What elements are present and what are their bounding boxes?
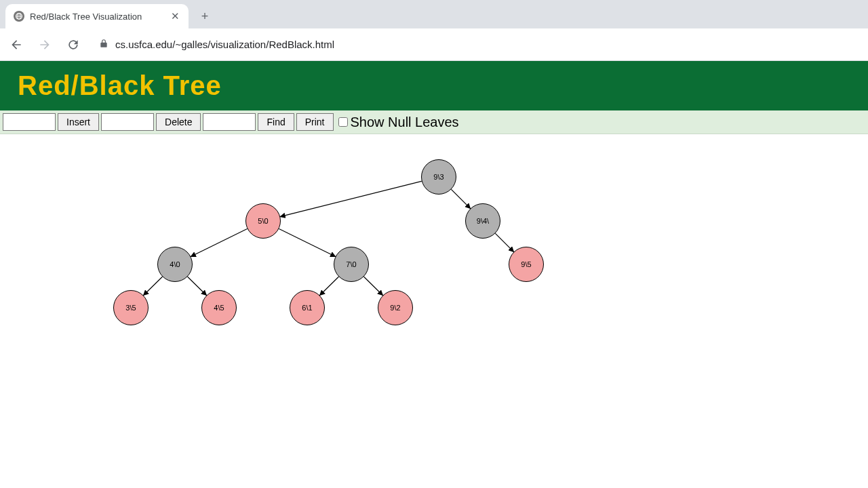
- find-button[interactable]: Find: [258, 113, 294, 131]
- svg-line-4: [495, 233, 513, 251]
- svg-line-0: [280, 181, 422, 216]
- show-null-leaves-checkbox[interactable]: [338, 117, 348, 127]
- tab-strip: Red/Black Tree Visualization ✕ +: [0, 0, 868, 28]
- new-tab-button[interactable]: +: [195, 7, 214, 26]
- print-button[interactable]: Print: [296, 113, 334, 131]
- page-header: Red/Black Tree: [0, 61, 868, 110]
- tab-title: Red/Black Tree Visualization: [30, 12, 164, 22]
- lock-icon: [99, 39, 108, 50]
- svg-line-5: [144, 277, 163, 296]
- tree-node: 9\5: [509, 247, 544, 282]
- tree-node: 4\0: [157, 247, 193, 282]
- close-icon[interactable]: ✕: [170, 11, 180, 22]
- tree-node: 7\0: [334, 247, 369, 282]
- browser-tab[interactable]: Red/Black Tree Visualization ✕: [5, 4, 189, 28]
- tree-node: 6\1: [290, 290, 325, 325]
- tree-node: 3\5: [113, 290, 149, 325]
- tree-node: 9\4\: [465, 203, 500, 239]
- svg-line-7: [320, 277, 339, 296]
- browser-toolbar: cs.usfca.edu/~galles/visualization/RedBl…: [0, 28, 868, 61]
- tree-node: 4\5: [201, 290, 237, 325]
- globe-icon: [14, 11, 24, 22]
- show-null-leaves-label[interactable]: Show Null Leaves: [338, 115, 459, 130]
- tree-node: 9\3: [421, 159, 456, 195]
- reload-button[interactable]: [64, 35, 83, 54]
- delete-input[interactable]: [101, 113, 154, 131]
- svg-line-8: [364, 277, 383, 296]
- back-button[interactable]: [7, 35, 26, 54]
- find-input[interactable]: [203, 113, 256, 131]
- tree-canvas: 9\35\09\4\4\07\09\53\54\56\19\2: [0, 134, 868, 487]
- address-bar[interactable]: cs.usfca.edu/~galles/visualization/RedBl…: [92, 34, 861, 56]
- svg-line-2: [191, 228, 247, 256]
- insert-input[interactable]: [3, 113, 56, 131]
- show-null-leaves-text: Show Null Leaves: [351, 115, 459, 130]
- tree-node: 5\0: [245, 203, 281, 239]
- svg-line-1: [451, 189, 470, 208]
- svg-line-3: [279, 228, 335, 256]
- svg-line-6: [188, 277, 207, 296]
- tree-node: 9\2: [378, 290, 413, 325]
- page-title: Red/Black Tree: [18, 70, 850, 101]
- browser-chrome: Red/Black Tree Visualization ✕ + cs.usfc…: [0, 0, 868, 61]
- forward-button[interactable]: [35, 35, 54, 54]
- insert-button[interactable]: Insert: [58, 113, 99, 131]
- url-text: cs.usfca.edu/~galles/visualization/RedBl…: [115, 39, 334, 50]
- delete-button[interactable]: Delete: [156, 113, 201, 131]
- controls-bar: Insert Delete Find Print Show Null Leave…: [0, 110, 868, 134]
